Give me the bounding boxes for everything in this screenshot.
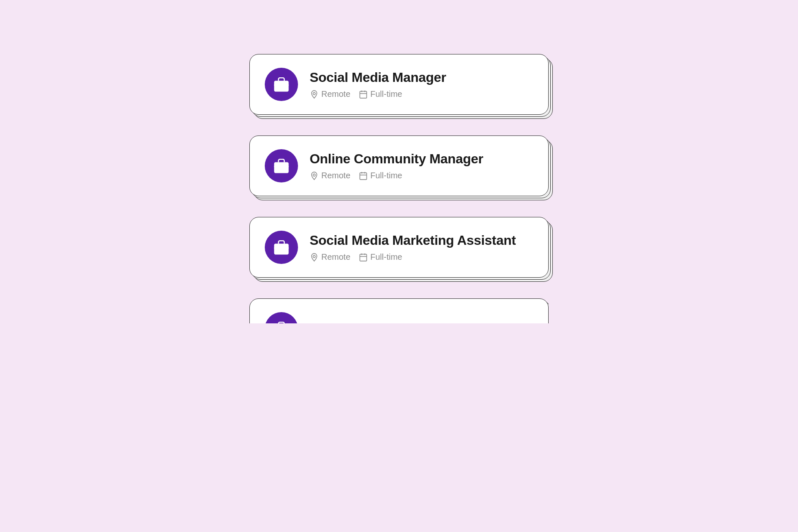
card-front[interactable] <box>249 298 549 323</box>
job-icon <box>265 231 298 264</box>
briefcase-icon <box>273 320 290 323</box>
location-icon <box>310 253 319 262</box>
job-card-4-partial[interactable] <box>249 298 549 323</box>
job-icon <box>265 149 298 182</box>
svg-rect-10 <box>360 172 367 180</box>
svg-point-16 <box>313 255 315 258</box>
job-info: Social Media Marketing Assistant Remote <box>310 233 516 262</box>
job-card-2[interactable]: Online Community Manager Remote <box>249 135 549 196</box>
card-front[interactable]: Social Media Marketing Assistant Remote <box>249 217 549 278</box>
job-employment-type: Full-time <box>359 89 402 99</box>
job-location: Remote <box>310 171 350 180</box>
job-icon <box>265 68 298 101</box>
briefcase-icon <box>273 76 290 93</box>
job-info: Online Community Manager Remote <box>310 151 483 180</box>
job-location: Remote <box>310 89 350 99</box>
job-meta: Remote Full-time <box>310 89 446 99</box>
job-title: Online Community Manager <box>310 151 483 167</box>
job-title: Social Media Marketing Assistant <box>310 233 516 248</box>
job-info: Social Media Manager Remote <box>310 70 446 99</box>
svg-rect-17 <box>360 254 367 261</box>
calendar-icon <box>359 171 368 180</box>
card-front[interactable]: Online Community Manager Remote <box>249 135 549 196</box>
job-meta: Remote Full-time <box>310 171 483 180</box>
job-card-3[interactable]: Social Media Marketing Assistant Remote <box>249 217 549 278</box>
calendar-icon <box>359 90 368 99</box>
job-location: Remote <box>310 252 350 262</box>
location-icon <box>310 90 319 99</box>
svg-point-9 <box>313 174 315 176</box>
job-employment-type: Full-time <box>359 252 402 262</box>
svg-point-2 <box>313 92 315 95</box>
briefcase-icon <box>273 239 290 256</box>
job-meta: Remote Full-time <box>310 252 516 262</box>
job-employment-type: Full-time <box>359 171 402 180</box>
job-title: Social Media Manager <box>310 70 446 85</box>
svg-rect-3 <box>360 91 367 98</box>
location-icon <box>310 171 319 180</box>
briefcase-icon <box>273 157 290 175</box>
job-icon <box>265 312 298 323</box>
job-card-1[interactable]: Social Media Manager Remote <box>249 54 549 115</box>
card-front[interactable]: Social Media Manager Remote <box>249 54 549 115</box>
calendar-icon <box>359 253 368 262</box>
